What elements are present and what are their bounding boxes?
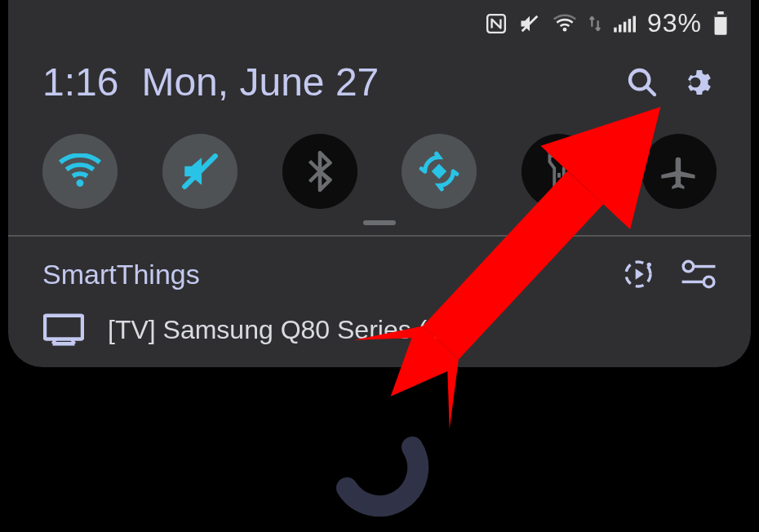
- data-arrows-icon: [588, 15, 601, 33]
- svg-rect-6: [632, 16, 636, 32]
- nfc-icon: [486, 13, 507, 34]
- status-bar: 93%: [8, 0, 751, 42]
- gear-icon[interactable]: [682, 65, 717, 100]
- background-shape: [290, 423, 469, 521]
- svg-point-20: [647, 263, 651, 267]
- search-icon[interactable]: [625, 65, 659, 100]
- mute-icon: [518, 12, 541, 35]
- svg-rect-8: [715, 14, 727, 34]
- svg-rect-7: [717, 11, 724, 15]
- auto-rotate-toggle[interactable]: [402, 134, 477, 209]
- svg-rect-4: [624, 21, 627, 32]
- svg-line-16: [548, 151, 552, 154]
- sound-toggle[interactable]: [162, 134, 237, 209]
- svg-rect-9: [715, 14, 727, 16]
- svg-point-12: [77, 180, 84, 187]
- clock-date[interactable]: Mon, June 27: [141, 60, 379, 104]
- signal-icon: [613, 14, 636, 33]
- flashlight-toggle[interactable]: [522, 134, 597, 209]
- clock-time[interactable]: 1:16: [42, 60, 118, 104]
- notification-shade: 93% 1:16 Mon, June 27: [8, 0, 751, 367]
- bluetooth-toggle[interactable]: [282, 134, 357, 209]
- device-controls-icon[interactable]: [681, 256, 717, 292]
- battery-percentage: 93%: [647, 8, 702, 38]
- svg-rect-5: [628, 19, 632, 32]
- media-output-icon[interactable]: [620, 256, 656, 292]
- svg-line-18: [567, 151, 570, 154]
- quick-settings-row: [8, 122, 751, 217]
- media-section-title[interactable]: SmartThings: [42, 259, 200, 290]
- svg-point-21: [683, 261, 694, 272]
- svg-rect-2: [614, 27, 617, 32]
- wifi-toggle[interactable]: [42, 134, 118, 209]
- panel-header: 1:16 Mon, June 27: [8, 42, 751, 122]
- wifi-icon: [553, 14, 577, 33]
- media-devices-section: SmartThings: [8, 237, 751, 357]
- tv-icon: [42, 313, 85, 346]
- svg-rect-25: [45, 316, 82, 339]
- battery-icon: [713, 11, 728, 36]
- device-row[interactable]: [TV] Samsung Q80 Series (55): [42, 313, 717, 352]
- svg-rect-14: [432, 164, 446, 179]
- drag-handle[interactable]: [8, 217, 751, 230]
- svg-point-23: [704, 277, 714, 287]
- svg-line-11: [646, 86, 655, 95]
- svg-rect-3: [619, 24, 622, 32]
- device-name: [TV] Samsung Q80 Series (55): [108, 315, 465, 345]
- airplane-mode-toggle[interactable]: [641, 134, 717, 209]
